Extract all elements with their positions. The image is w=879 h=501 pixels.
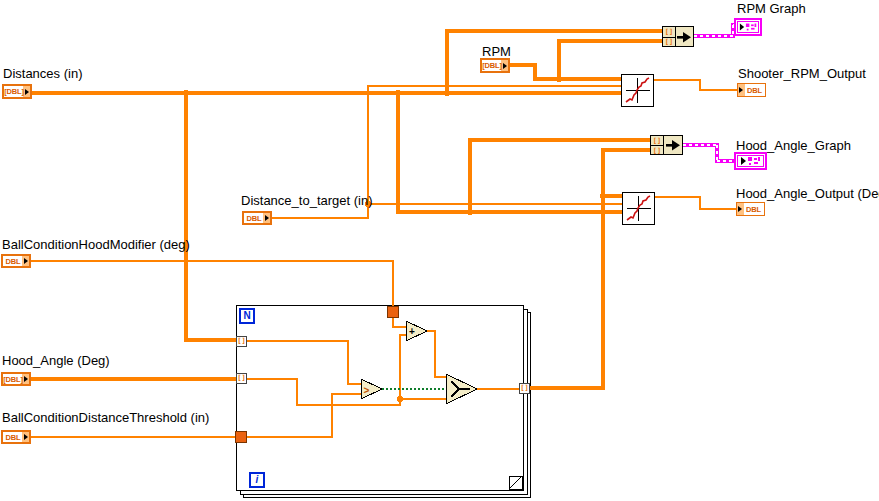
greater-glyph: >: [364, 385, 370, 396]
output-arrow-icon: [25, 89, 29, 95]
tunnel-modifier-scalar[interactable]: [387, 306, 399, 318]
interpolate-icon: [623, 193, 654, 224]
label-distances: Distances (in): [3, 66, 82, 81]
output-arrow-icon: [24, 258, 28, 264]
tunnel-distances-autoindex[interactable]: []: [236, 336, 247, 347]
dbl-array-glyph: [DBL]: [4, 86, 24, 97]
control-distance-threshold[interactable]: DBL: [1, 430, 31, 444]
input-arrow-icon: [738, 206, 742, 212]
label-distance-threshold: BallConditionDistanceThreshold (in): [2, 410, 209, 425]
tunnel-hood-angle-autoindex[interactable]: []: [236, 373, 247, 384]
label-distance-to-target: Distance_to_target (in): [241, 193, 373, 208]
dbl-array-glyph: [DBL]: [3, 374, 23, 384]
output-arrow-icon: [24, 434, 28, 440]
dbl-glyph: DBL: [244, 213, 264, 223]
loop-resize-fold[interactable]: [509, 476, 522, 489]
control-rpm[interactable]: [DBL]: [480, 58, 510, 73]
indicator-hood-angle-output[interactable]: DBL: [736, 202, 765, 216]
dbl-glyph: DBL: [3, 432, 23, 442]
control-distances[interactable]: [DBL]: [2, 84, 32, 99]
interpolate-icon: [622, 75, 653, 106]
label-rpm-graph: RPM Graph: [737, 1, 806, 16]
label-hood-angle: Hood_Angle (Deg): [2, 353, 110, 368]
input-arrow-icon: [739, 87, 743, 93]
control-hood-angle[interactable]: [DBL]: [1, 372, 31, 386]
wire-rpm-graph-cluster[interactable]: [694, 25, 736, 36]
loop-count-terminal[interactable]: N: [239, 308, 255, 324]
graph-terminal-icon: [737, 21, 759, 33]
tunnel-threshold-scalar[interactable]: [235, 431, 247, 443]
interpolate-rpm-node[interactable]: [621, 74, 654, 107]
control-hood-modifier[interactable]: DBL: [1, 254, 31, 268]
indicator-rpm-graph[interactable]: [734, 18, 762, 36]
output-arrow-icon: [24, 376, 28, 382]
bundle-hood-angle-graph[interactable]: [] []: [650, 135, 683, 155]
add-function[interactable]: +: [406, 321, 427, 341]
label-hood-modifier: BallConditionHoodModifier (deg): [2, 237, 190, 252]
label-hood-angle-graph: Hood_Angle_Graph: [736, 138, 851, 153]
wire-distance-element[interactable]: [248, 341, 362, 384]
array-input-glyph: []: [663, 37, 675, 48]
bundle-arrow-icon: [663, 136, 682, 154]
wire-shooter-rpm-out[interactable]: [654, 80, 737, 90]
indicator-hood-angle-graph[interactable]: [734, 152, 767, 170]
interpolate-hood-node[interactable]: [622, 192, 655, 225]
array-input-glyph: []: [663, 27, 675, 37]
loop-iteration-terminal[interactable]: i: [249, 472, 265, 488]
control-distance-to-target[interactable]: DBL: [242, 211, 272, 225]
graph-terminal-icon: [737, 155, 764, 167]
wire-hood-angle-out[interactable]: [655, 197, 736, 209]
array-input-glyph: []: [651, 136, 663, 145]
select-function[interactable]: [446, 374, 477, 404]
wire-hood-graph-cluster[interactable]: [683, 145, 735, 161]
dbl-glyph: DBL: [3, 256, 23, 266]
block-diagram-canvas: + > Distances (in) RPM RPM Graph Shooter…: [0, 0, 879, 501]
label-hood-angle-output: Hood_Angle_Output (Deg): [736, 186, 879, 201]
add-glyph: +: [409, 326, 415, 337]
bundle-rpm-graph[interactable]: [] []: [662, 26, 694, 47]
output-arrow-icon: [265, 215, 269, 221]
label-shooter-rpm-output: Shooter_RPM_Output: [738, 66, 866, 81]
wire-add-output[interactable]: [427, 331, 447, 377]
dbl-glyph: DBL: [743, 203, 764, 215]
greater-function[interactable]: >: [361, 379, 382, 399]
tunnel-output-autoindex[interactable]: []: [519, 383, 530, 394]
array-input-glyph: []: [651, 145, 663, 155]
wire-hood-modifier[interactable]: [31, 261, 407, 327]
label-rpm: RPM: [482, 44, 511, 59]
dbl-glyph: DBL: [744, 84, 765, 96]
wire-loop-output-array[interactable]: [530, 150, 651, 388]
dbl-array-glyph: [DBL]: [482, 60, 502, 71]
wire-junctions: [183, 76, 606, 402]
output-arrow-icon: [503, 63, 507, 69]
bundle-arrow-icon: [675, 27, 693, 46]
indicator-shooter-rpm-output[interactable]: DBL: [737, 83, 766, 97]
